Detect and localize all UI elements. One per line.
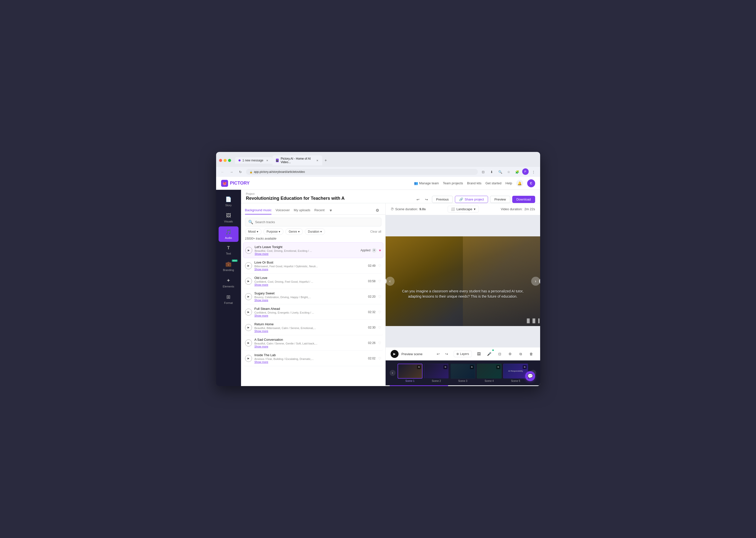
scene-thumb-2[interactable]: ⧉ bbox=[424, 364, 449, 379]
applied-remove-btn-1[interactable]: ✕ bbox=[372, 248, 377, 252]
duplicate-scene-button[interactable]: ⧉ bbox=[517, 350, 525, 358]
scene-thumb-3[interactable]: ⧉ bbox=[450, 364, 475, 379]
app-profile-avatar[interactable]: C bbox=[527, 179, 535, 187]
share-project-button[interactable]: 🔗 Share project bbox=[455, 196, 488, 203]
preview-next-button[interactable]: › bbox=[531, 277, 540, 286]
track-item-1[interactable]: ▶ Let's Leave Tonight Beautiful, Cool, D… bbox=[243, 242, 383, 258]
tab-close-pictory[interactable]: ✕ bbox=[316, 159, 319, 162]
play-btn-8[interactable]: ▶ bbox=[245, 355, 252, 362]
track-more-7[interactable]: Show more bbox=[255, 345, 366, 348]
brand-kits-link[interactable]: Brand kits bbox=[467, 181, 482, 185]
play-btn-3[interactable]: ▶ bbox=[245, 278, 252, 285]
nav-forward-button[interactable]: → bbox=[228, 168, 235, 175]
tab-recent[interactable]: Recent bbox=[314, 206, 324, 214]
play-btn-2[interactable]: ▶ bbox=[245, 262, 252, 269]
help-link[interactable]: Help bbox=[505, 181, 512, 185]
play-btn-6[interactable]: ▶ bbox=[245, 324, 252, 331]
play-btn-4[interactable]: ▶ bbox=[245, 293, 252, 300]
mic-button[interactable]: 🎤 bbox=[485, 350, 493, 358]
track-heart-5[interactable]: ♡ bbox=[378, 310, 381, 314]
track-heart-3[interactable]: ♡ bbox=[378, 279, 381, 283]
filter-genre[interactable]: Genre ▾ bbox=[285, 228, 303, 235]
download-button[interactable]: Download bbox=[512, 196, 535, 203]
layers-button[interactable]: ⊛ Layers bbox=[454, 351, 472, 357]
timeline-scene-4[interactable]: ⧉ Scene 4 bbox=[477, 364, 502, 382]
scene-thumb-4[interactable]: ⧉ bbox=[477, 364, 502, 379]
track-more-2[interactable]: Show more bbox=[255, 268, 366, 271]
traffic-light-fullscreen[interactable] bbox=[228, 159, 231, 162]
previous-button[interactable]: Previous bbox=[432, 196, 453, 203]
zoom-icon[interactable]: 🔍 bbox=[497, 168, 504, 175]
filter-duration[interactable]: Duration ▾ bbox=[305, 228, 325, 235]
filter-purpose[interactable]: Purpose ▾ bbox=[263, 228, 284, 235]
bookmark-icon[interactable]: ☆ bbox=[505, 168, 512, 175]
search-input-wrap[interactable]: 🔍 bbox=[245, 218, 381, 226]
browser-profile-avatar[interactable]: P bbox=[522, 168, 529, 175]
tab-voiceover[interactable]: Voiceover bbox=[275, 206, 290, 214]
track-item-2[interactable]: ▶ Love Or Bust Bittersweet, Feel Good, H… bbox=[243, 258, 383, 274]
team-projects-link[interactable]: Team projects bbox=[443, 181, 463, 185]
track-more-4[interactable]: Show more bbox=[255, 298, 366, 301]
track-item-4[interactable]: ▶ Sugary Sweet Bouncy, Celebration, Driv… bbox=[243, 289, 383, 304]
orientation-selector[interactable]: ⬜ Landscape ▾ bbox=[448, 206, 479, 212]
track-more-3[interactable]: Show more bbox=[255, 283, 366, 286]
menu-icon[interactable]: ⋮ bbox=[530, 168, 537, 175]
preview-button[interactable]: Preview bbox=[490, 196, 510, 203]
audio-settings-button[interactable]: ⚙ bbox=[374, 206, 381, 214]
notification-bell[interactable]: 🔔 bbox=[516, 180, 523, 187]
get-started-link[interactable]: Get started bbox=[485, 181, 501, 185]
timeline-scene-1[interactable]: ⧉ Scene 1 bbox=[398, 364, 423, 382]
timeline-scrollbar[interactable] bbox=[389, 385, 536, 386]
sidebar-item-story[interactable]: 📄 Story bbox=[219, 194, 239, 209]
undo-button[interactable]: ↩ bbox=[415, 196, 422, 203]
sidebar-item-elements[interactable]: ✦ Elements bbox=[219, 275, 239, 291]
play-btn-5[interactable]: ▶ bbox=[245, 309, 252, 316]
sidebar-item-format[interactable]: ⊞ Format bbox=[219, 292, 239, 307]
track-item-3[interactable]: ▶ Old Love Confident, Cool, Driving, Fee… bbox=[243, 274, 383, 289]
image-replace-button[interactable]: 🖼 bbox=[475, 350, 483, 358]
cast-icon[interactable]: ⊡ bbox=[480, 168, 487, 175]
timeline-prev-button[interactable]: ‹ bbox=[389, 370, 396, 376]
track-more-1[interactable]: Show more bbox=[255, 252, 358, 255]
preview-prev-button[interactable]: ‹ bbox=[385, 277, 395, 286]
traffic-light-minimize[interactable] bbox=[224, 159, 227, 162]
download-icon[interactable]: ⬇ bbox=[488, 168, 495, 175]
track-more-5[interactable]: Show more bbox=[255, 314, 366, 317]
redo-button[interactable]: ↪ bbox=[423, 196, 430, 203]
text-overlay-button[interactable]: ⊡ bbox=[496, 350, 504, 358]
nav-back-button[interactable]: ← bbox=[219, 168, 226, 175]
track-item-7[interactable]: ▶ A Sad Conversation Beautiful, Calm / S… bbox=[243, 335, 383, 351]
chat-widget-button[interactable]: 💬 bbox=[525, 371, 535, 381]
track-heart-8[interactable]: ♡ bbox=[378, 356, 381, 360]
sidebar-item-audio[interactable]: 🎵 Audio bbox=[219, 226, 239, 242]
track-more-6[interactable]: Show more bbox=[255, 330, 366, 333]
address-bar[interactable]: 🔒 app.pictory.ai/storyboard/articletovid… bbox=[246, 169, 478, 175]
track-heart-2[interactable]: ♡ bbox=[378, 264, 381, 268]
extensions-icon[interactable]: 🧩 bbox=[514, 168, 521, 175]
sidebar-item-visuals[interactable]: 🖼 Visuals bbox=[219, 210, 239, 225]
delete-scene-button[interactable]: 🗑 bbox=[527, 350, 535, 358]
timeline-scene-5[interactable]: AI Responsibility ⧉ Scene 5 bbox=[503, 364, 528, 382]
nav-refresh-button[interactable]: ↻ bbox=[237, 168, 244, 175]
manage-team-link[interactable]: 👥 Manage team bbox=[414, 181, 439, 185]
track-heart-1[interactable]: ♥ bbox=[379, 248, 381, 252]
play-btn-7[interactable]: ▶ bbox=[245, 340, 252, 347]
track-item-5[interactable]: ▶ Full Steam Ahead Confident, Driving, E… bbox=[243, 304, 383, 320]
tab-background-music[interactable]: Background music bbox=[245, 206, 272, 214]
settings-scene-button[interactable]: ⚙ bbox=[506, 350, 514, 358]
tab-notification[interactable]: 1 new message ✕ bbox=[235, 157, 272, 164]
redo-scene-button[interactable]: ↪ bbox=[443, 350, 451, 358]
play-btn-1[interactable]: ▶ bbox=[245, 247, 252, 254]
tab-close-notification[interactable]: ✕ bbox=[265, 159, 269, 162]
scene-thumb-1[interactable]: ⧉ bbox=[398, 364, 423, 379]
scene-thumb-5[interactable]: AI Responsibility ⧉ bbox=[503, 364, 528, 379]
track-heart-6[interactable]: ♡ bbox=[378, 326, 381, 330]
timeline-scene-2[interactable]: ⧉ Scene 2 bbox=[424, 364, 449, 382]
sidebar-item-branding[interactable]: 💼 Branding NEW bbox=[219, 258, 239, 274]
clear-all-button[interactable]: Clear all bbox=[370, 230, 381, 233]
tab-pictory[interactable]: 🎬 Pictory.AI - Home of AI Video... ✕ bbox=[272, 155, 322, 165]
preview-play-button[interactable]: ▶ bbox=[390, 350, 399, 358]
track-item-6[interactable]: ▶ Return Home Beautiful, Bittersweet, Ca… bbox=[243, 320, 383, 335]
track-heart-7[interactable]: ♡ bbox=[378, 341, 381, 345]
timeline-scene-3[interactable]: ⧉ Scene 3 bbox=[450, 364, 475, 382]
